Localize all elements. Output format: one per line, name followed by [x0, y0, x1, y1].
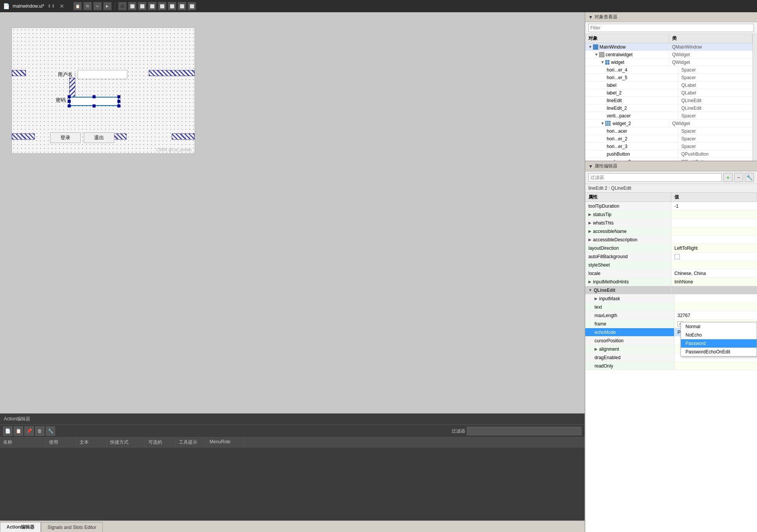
spacer-h-btn-left [12, 133, 35, 140]
obj-row-lineedit[interactable]: lineEdit QLineEdit [585, 97, 752, 104]
action-paste-button[interactable]: 📌 [24, 426, 34, 436]
close-button[interactable]: ✕ [60, 3, 64, 9]
username-input[interactable] [78, 70, 127, 79]
action-wrench-button[interactable]: 🔧 [46, 426, 55, 436]
echomode-dropdown: Normal NoEcho Password PasswordEchoOnEdi… [681, 322, 757, 356]
prop-row-autofillbg[interactable]: autoFillBackground [585, 252, 757, 261]
prop-table-wrapper: 属性 值 toolTipDuration -1 ▶statusTip [585, 193, 757, 532]
prop-val-inputmask[interactable] [674, 294, 757, 303]
obj-row-horier2[interactable]: hori...er_2 Spacer [585, 135, 752, 143]
cut-icon[interactable]: ✂ [93, 2, 102, 10]
new-icon[interactable]: 📋 [73, 2, 82, 10]
arrow-widget2[interactable]: ▼ [601, 121, 604, 125]
arrow-widget[interactable]: ▼ [601, 60, 604, 64]
expand-alignment[interactable]: ▶ [595, 347, 598, 351]
obj-row-pushon2[interactable]: push...on_2 QPushButton [585, 158, 752, 161]
obj-row-widget2[interactable]: ▼ widget_2 QWidget [585, 120, 752, 127]
expand-inputmethodhints[interactable]: ▶ [588, 280, 591, 284]
prop-filter-input[interactable] [588, 173, 722, 182]
obj-row-mainwindow[interactable]: ▼ MainWindow QMainWindow [585, 43, 752, 51]
prop-row-inputmask[interactable]: ▶inputMask [585, 294, 757, 303]
prop-val-text[interactable] [674, 303, 757, 311]
password-input-container[interactable] [69, 97, 119, 106]
layout8-icon[interactable]: ⬜ [188, 2, 196, 10]
arrow-mainwindow[interactable]: ▼ [588, 45, 592, 49]
prop-row-statustip[interactable]: ▶statusTip [585, 210, 757, 219]
obj-col1-vertipacer: verti...pacer [585, 112, 678, 119]
action-new-button[interactable]: 📄 [3, 426, 12, 436]
layout1-icon[interactable]: ⬛ [118, 2, 127, 10]
obj-row-horier4[interactable]: hori...er_4 Spacer [585, 66, 752, 74]
prop-val-stylesheet[interactable] [671, 261, 757, 269]
prop-row-accessibledesc[interactable]: ▶accessibleDescription [585, 236, 757, 244]
prop-val-autofillbg[interactable] [671, 252, 757, 260]
layout6-icon[interactable]: ⬜ [168, 2, 176, 10]
canvas-area[interactable]: 用户名： 密码： [0, 12, 585, 413]
dropdown-item-noecho[interactable]: NoEcho [681, 331, 757, 339]
prop-row-whatsthis[interactable]: ▶whatsThis [585, 219, 757, 227]
copy-icon[interactable]: ⧉ [83, 2, 92, 10]
obj-row-label[interactable]: label QLabel [585, 81, 752, 89]
prop-row-readonly[interactable]: readOnly [585, 362, 757, 370]
expand-statustip[interactable]: ▶ [588, 212, 591, 216]
prop-val-statustip[interactable] [671, 210, 757, 218]
preview-icon[interactable]: ▶ [103, 2, 112, 10]
prop-val-inputmethodhints[interactable]: ImhNone [671, 278, 757, 286]
prop-row-locale[interactable]: locale Chinese, China [585, 269, 757, 278]
prop-val-tooltipduration[interactable]: -1 [671, 202, 757, 210]
autofillbg-checkbox[interactable] [674, 254, 680, 259]
obj-filter-input[interactable] [588, 24, 754, 32]
prop-val-layoutdirection[interactable]: LeftToRight [671, 244, 757, 252]
prop-row-text[interactable]: text [585, 303, 757, 311]
prop-val-accessibledesc[interactable] [671, 236, 757, 244]
tab-signals-slots[interactable]: Signals and Slots Editor [41, 522, 102, 532]
login-button[interactable]: 登录 [50, 132, 81, 143]
obj-row-horiacer[interactable]: hori...acer Spacer [585, 127, 752, 135]
arrow-centralwidget[interactable]: ▼ [595, 52, 598, 57]
obj-row-widget[interactable]: ▼ widget QWidget [585, 59, 752, 66]
prop-row-layoutdirection[interactable]: layoutDirection LeftToRight [585, 244, 757, 252]
expand-qlineedit[interactable]: ▼ [588, 288, 592, 292]
action-filter-input[interactable] [467, 427, 582, 435]
obj-row-vertipacer[interactable]: verti...pacer Spacer [585, 112, 752, 120]
prop-val-maxlength[interactable]: 32767 [674, 311, 757, 319]
prop-wrench-button[interactable]: 🔧 [745, 173, 754, 182]
prop-val-whatsthis[interactable] [671, 219, 757, 227]
obj-row-horier5[interactable]: hori...er_5 Spacer [585, 74, 752, 81]
dropdown-item-password[interactable]: Password [681, 339, 757, 348]
tab-action-editor[interactable]: Action编辑器 [0, 522, 41, 532]
prop-val-readonly[interactable] [674, 362, 757, 370]
expand-inputmask[interactable]: ▶ [595, 296, 598, 301]
exit-button[interactable]: 退出 [84, 132, 114, 143]
expand-whatsthis[interactable]: ▶ [588, 221, 591, 225]
obj-row-centralwidget[interactable]: ▼ centralwidget QWidget [585, 51, 752, 59]
dropdown-item-normal[interactable]: Normal [681, 322, 757, 331]
property-editor: ▼ 属性编辑器 + − 🔧 lineEdit 2 : QLineEdit 属性 … [585, 161, 757, 532]
prop-val-accessiblename[interactable] [671, 227, 757, 235]
layout7-icon[interactable]: ⬜ [178, 2, 186, 10]
dropdown-item-passwordechoon[interactable]: PasswordEchoOnEdit [681, 348, 757, 356]
obj-row-horier3[interactable]: hori...er_3 Spacer [585, 143, 752, 150]
layout4-icon[interactable]: ⬜ [148, 2, 156, 10]
action-delete-button[interactable]: 🗑 [35, 426, 44, 436]
action-copy-button[interactable]: 📋 [14, 426, 23, 436]
prop-add-button[interactable]: + [723, 173, 733, 182]
obj-col2-lineedit2: QLineEdit [678, 105, 752, 112]
obj-row-pushbutton[interactable]: pushButton QPushButton [585, 150, 752, 158]
expand-accessibledesc[interactable]: ▶ [588, 238, 591, 242]
title-arrows[interactable]: ⬆⬇ [47, 3, 55, 9]
layout3-icon[interactable]: ⬜ [138, 2, 146, 10]
obj-row-lineedit2[interactable]: lineEdit_2 QLineEdit [585, 104, 752, 112]
layout2-icon[interactable]: ⬜ [128, 2, 136, 10]
expand-accessiblename[interactable]: ▶ [588, 229, 591, 233]
prop-row-stylesheet[interactable]: styleSheet [585, 261, 757, 269]
layout5-icon[interactable]: ⬜ [158, 2, 166, 10]
prop-row-maxlength[interactable]: maxLength 32767 [585, 311, 757, 320]
prop-row-inputmethodhints[interactable]: ▶inputMethodHints ImhNone [585, 278, 757, 286]
obj-row-label2[interactable]: label_2 QLabel [585, 89, 752, 97]
prop-row-accessiblename[interactable]: ▶accessibleName [585, 227, 757, 236]
prop-val-locale[interactable]: Chinese, China [671, 269, 757, 277]
prop-minus-button[interactable]: − [734, 173, 743, 182]
prop-row-tooltipduration[interactable]: toolTipDuration -1 [585, 202, 757, 210]
obj-scrollbar[interactable] [752, 34, 757, 161]
